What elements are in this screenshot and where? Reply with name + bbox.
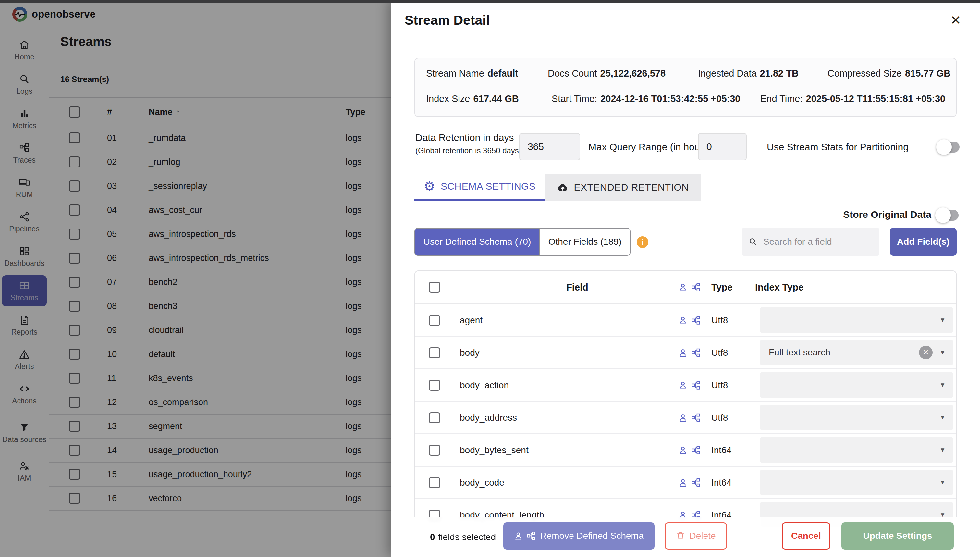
- schema-tree-icon: [527, 532, 535, 540]
- cloud-upload-icon: [557, 181, 569, 193]
- drawer-tabs: ⚙ SCHEMA SETTINGS EXTENDED RETENTION: [414, 174, 701, 200]
- schema-tree-icon: [692, 316, 700, 324]
- field-type: Utf8: [711, 412, 728, 423]
- stat-label: Start Time:: [552, 93, 597, 104]
- field-row[interactable]: body Utf8 Full text search ✕ ▼: [415, 337, 956, 370]
- stat-value: default: [488, 68, 518, 78]
- field-row[interactable]: agent Utf8 ✕ ▼: [415, 305, 956, 337]
- field-row[interactable]: body_action Utf8 ✕ ▼: [415, 370, 956, 402]
- fields-table: Field Type Index Type agent: [414, 270, 957, 557]
- stream-stats-partition-label: Use Stream Stats for Partitioning: [767, 142, 908, 153]
- user-defined-icon: [679, 478, 687, 487]
- schema-tree-icon: [692, 478, 700, 487]
- stat-compressed-size: Compressed Size815.77 GB: [827, 68, 956, 79]
- remove-defined-schema-label: Remove Defined Schema: [540, 531, 644, 541]
- field-checkbox[interactable]: [429, 412, 440, 423]
- field-checkbox[interactable]: [429, 347, 440, 358]
- field-row[interactable]: body_code Int64 ✕ ▼: [415, 467, 956, 499]
- field-search-input[interactable]: [762, 236, 873, 248]
- schema-flag-icons: [679, 478, 700, 487]
- modal-dim-overlay[interactable]: [0, 0, 391, 557]
- stats-row-2: Index Size617.44 GB Start Time:2024-12-1…: [415, 86, 956, 111]
- column-header-type: Type: [711, 282, 733, 293]
- index-type-select[interactable]: ✕ ▼: [760, 405, 953, 430]
- stat-value: 21.82 TB: [760, 68, 799, 78]
- stat-index-size: Index Size617.44 GB: [426, 93, 552, 104]
- close-icon[interactable]: ✕: [950, 14, 961, 27]
- field-checkbox[interactable]: [429, 315, 440, 326]
- field-name: body: [460, 348, 479, 358]
- schema-flag-icons: [679, 381, 700, 389]
- chevron-down-icon[interactable]: ▼: [939, 349, 946, 356]
- field-checkbox[interactable]: [429, 380, 440, 391]
- field-row[interactable]: body_address Utf8 ✕ ▼: [415, 402, 956, 434]
- global-retention-note: (Global retention is 3650 days): [415, 144, 522, 157]
- field-search-box[interactable]: [742, 228, 879, 256]
- user-defined-icon: [679, 316, 687, 324]
- select-all-fields-checkbox[interactable]: [429, 282, 440, 293]
- stream-detail-drawer: Stream Detail ✕ Stream Namedefault Docs …: [391, 0, 980, 557]
- app-window: openobserve Home Logs Metrics Traces RUM: [0, 0, 980, 557]
- add-fields-button[interactable]: Add Field(s): [890, 228, 957, 256]
- chevron-down-icon[interactable]: ▼: [939, 479, 946, 486]
- column-header-field: Field: [532, 282, 623, 293]
- clear-icon[interactable]: ✕: [919, 346, 933, 359]
- max-query-range-label: Max Query Range (in hours): [588, 142, 711, 153]
- index-type-select[interactable]: Full text search ✕ ▼: [760, 340, 953, 365]
- cancel-button[interactable]: Cancel: [782, 522, 830, 549]
- remove-defined-schema-button[interactable]: Remove Defined Schema: [503, 522, 655, 549]
- tab-extended-retention[interactable]: EXTENDED RETENTION: [545, 174, 701, 200]
- info-icon[interactable]: i: [637, 236, 648, 248]
- user-defined-icon: [514, 532, 522, 540]
- delete-label: Delete: [689, 531, 716, 541]
- stat-label: Docs Count: [548, 68, 597, 78]
- tab-schema-settings[interactable]: ⚙ SCHEMA SETTINGS: [414, 174, 545, 200]
- stream-stats-card: Stream Namedefault Docs Count25,122,626,…: [414, 58, 957, 117]
- field-row[interactable]: body_bytes_sent Int64 ✕ ▼: [415, 434, 956, 467]
- field-type: Utf8: [711, 380, 728, 391]
- data-retention-input[interactable]: 365: [519, 133, 580, 160]
- stats-row-1: Stream Namedefault Docs Count25,122,626,…: [415, 61, 956, 86]
- store-original-data-label: Store Original Data: [843, 209, 931, 220]
- chevron-down-icon[interactable]: ▼: [939, 316, 946, 324]
- index-type-select[interactable]: ✕ ▼: [760, 372, 953, 397]
- field-type: Utf8: [711, 348, 728, 358]
- window-top-strip: [0, 0, 980, 3]
- store-original-data-toggle[interactable]: [938, 210, 959, 221]
- index-type-select[interactable]: ✕ ▼: [760, 437, 953, 463]
- schema-controls-row: User Defined Schema (70) Other Fields (1…: [391, 228, 980, 256]
- stat-value: 2024-12-16 T01:53:42:55 +05:30: [600, 93, 740, 104]
- user-defined-icon: [679, 348, 687, 357]
- drawer-title: Stream Detail: [405, 13, 950, 28]
- user-defined-schema-button[interactable]: User Defined Schema (70): [415, 228, 539, 255]
- other-fields-button[interactable]: Other Fields (189): [539, 228, 630, 255]
- delete-button[interactable]: Delete: [665, 522, 727, 549]
- field-name: body_code: [460, 477, 504, 488]
- toggle-knob: [935, 207, 951, 223]
- schema-flag-icons: [679, 316, 700, 324]
- index-type-value: Full text search: [769, 347, 830, 358]
- schema-tree-icon: [692, 348, 700, 357]
- schema-flag-icons: [679, 283, 700, 292]
- max-query-range-input[interactable]: 0: [698, 133, 747, 160]
- drawer-header: Stream Detail ✕: [391, 3, 980, 38]
- field-name: body_bytes_sent: [460, 445, 528, 455]
- index-type-select[interactable]: ✕ ▼: [760, 308, 953, 333]
- stream-stats-partition-toggle[interactable]: [939, 142, 960, 153]
- stat-stream-name: Stream Namedefault: [426, 68, 548, 79]
- trash-icon: [676, 531, 685, 541]
- index-type-select[interactable]: ✕ ▼: [760, 470, 953, 495]
- chevron-down-icon[interactable]: ▼: [939, 414, 946, 421]
- fields-table-header: Field Type Index Type: [415, 271, 956, 305]
- stat-docs-count: Docs Count25,122,626,578: [548, 68, 698, 79]
- stat-start-time: Start Time:2024-12-16 T01:53:42:55 +05:3…: [552, 93, 760, 104]
- chevron-down-icon[interactable]: ▼: [939, 446, 946, 453]
- schema-tree-icon: [692, 446, 700, 454]
- field-checkbox[interactable]: [429, 445, 440, 456]
- data-retention-label-line1: Data Retention in days: [415, 131, 522, 144]
- field-checkbox[interactable]: [429, 477, 440, 488]
- update-settings-button[interactable]: Update Settings: [842, 522, 954, 549]
- chevron-down-icon[interactable]: ▼: [939, 381, 946, 389]
- stat-value: 2025-05-12 T11:55:15:81 +05:30: [806, 93, 946, 104]
- schema-tree-icon: [692, 381, 700, 389]
